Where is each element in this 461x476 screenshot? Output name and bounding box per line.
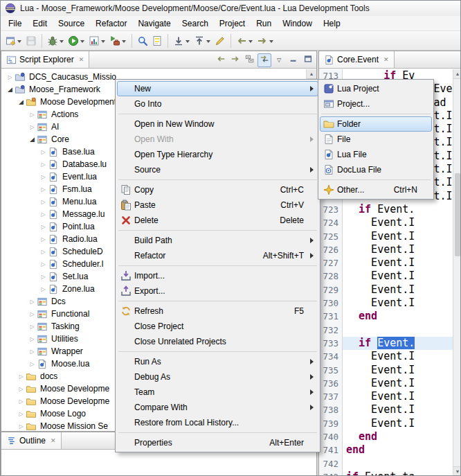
new-submenu-item-file[interactable]: File	[320, 132, 432, 147]
new-submenu-item-other[interactable]: Other...Ctrl+N	[320, 182, 432, 197]
mark-occurrences-button[interactable]	[150, 33, 164, 49]
context-menu-item-go-into[interactable]: Go Into	[117, 96, 318, 112]
context-menu-item-team[interactable]: Team	[117, 385, 318, 400]
line-number[interactable]: 727	[319, 256, 343, 270]
expander-collapsed-icon[interactable]: ▷	[28, 361, 37, 367]
code-text[interactable]: Event.I	[343, 377, 453, 390]
expander-expanded-icon[interactable]: ◢	[28, 136, 37, 143]
expander-collapsed-icon[interactable]: ▷	[39, 249, 48, 255]
code-text[interactable]: Event.I	[343, 403, 453, 416]
expander-collapsed-icon[interactable]: ▷	[39, 261, 48, 267]
line-number[interactable]: 741	[319, 443, 343, 457]
dropdown-arrow-icon[interactable]	[101, 40, 105, 45]
expander-expanded-icon[interactable]: ◢	[17, 98, 26, 105]
forward-button[interactable]	[228, 53, 242, 67]
context-menu-item-build-path[interactable]: Build Path	[117, 233, 318, 248]
context-menu-item-properties[interactable]: PropertiesAlt+Enter	[117, 435, 318, 450]
expander-collapsed-icon[interactable]: ▷	[39, 186, 48, 193]
code-text[interactable]: if Event.	[343, 337, 453, 350]
expander-collapsed-icon[interactable]: ▷	[28, 349, 37, 355]
line-number[interactable]: 723	[319, 203, 343, 216]
expander-collapsed-icon[interactable]: ▷	[6, 74, 15, 80]
expander-collapsed-icon[interactable]: ▷	[39, 149, 48, 155]
line-number[interactable]: 734	[319, 350, 343, 363]
context-menu-item-refactor[interactable]: RefactorAlt+Shift+T	[117, 248, 318, 263]
dropdown-arrow-icon[interactable]	[248, 40, 253, 45]
context-menu-item-copy[interactable]: CopyCtrl+C	[117, 182, 318, 197]
prev-annotation-button[interactable]	[192, 33, 213, 49]
line-number[interactable]: 730	[319, 297, 343, 310]
menubar-item-search[interactable]: Search	[177, 16, 214, 30]
expander-collapsed-icon[interactable]: ▷	[28, 311, 37, 317]
dropdown-arrow-icon[interactable]	[80, 40, 84, 45]
line-number[interactable]: 735	[319, 364, 343, 377]
menubar-item-help[interactable]: Help	[318, 16, 346, 30]
back-button[interactable]	[235, 33, 255, 49]
code-text[interactable]: Event.I	[343, 350, 453, 363]
new-submenu-item-lua-file[interactable]: Lua File	[320, 147, 432, 162]
tab-core-event[interactable]: Core.Event ✕	[319, 51, 395, 68]
search-button[interactable]	[136, 33, 150, 49]
context-menu-item-open-type-hierarchy[interactable]: Open Type Hierarchy	[117, 147, 318, 162]
dropdown-arrow-icon[interactable]	[60, 40, 64, 45]
expander-collapsed-icon[interactable]: ▷	[28, 124, 37, 130]
context-menu-item-refresh[interactable]: RefreshF5	[117, 303, 318, 319]
line-number[interactable]: 737	[319, 390, 343, 403]
code-text[interactable]	[343, 457, 453, 470]
expander-collapsed-icon[interactable]: ▷	[39, 211, 48, 218]
context-menu-item-export[interactable]: Export...	[117, 283, 318, 299]
context-menu-item-delete[interactable]: DeleteDelete	[117, 213, 318, 228]
code-text[interactable]: if Event.	[343, 203, 453, 216]
line-number[interactable]: 733	[319, 337, 343, 350]
scroll-down-icon[interactable]: ▼	[453, 466, 461, 476]
context-menu-item-close-unrelated-projects[interactable]: Close Unrelated Projects	[117, 334, 318, 349]
code-text[interactable]: Event.I	[343, 230, 453, 243]
dropdown-arrow-icon[interactable]	[17, 40, 21, 45]
line-number[interactable]: 726	[319, 243, 343, 256]
code-text[interactable]: Event.I	[343, 297, 453, 310]
line-number[interactable]: 738	[319, 403, 343, 416]
expander-collapsed-icon[interactable]: ▷	[17, 386, 26, 392]
line-number[interactable]: 724	[319, 216, 343, 229]
menubar-item-run[interactable]: Run	[251, 16, 277, 30]
scroll-up-icon[interactable]: ▲	[307, 69, 316, 79]
line-number[interactable]: 728	[319, 270, 343, 283]
close-icon[interactable]: ✕	[51, 437, 56, 444]
context-menu-item-compare-with[interactable]: Compare With	[117, 400, 318, 415]
line-number[interactable]: 740	[319, 430, 343, 443]
profile-button[interactable]	[87, 33, 107, 49]
run-button[interactable]	[66, 33, 87, 49]
code-text[interactable]: Event.I	[343, 256, 453, 270]
menubar-item-refactor[interactable]: Refactor	[90, 16, 132, 30]
code-text[interactable]	[343, 324, 453, 337]
dropdown-arrow-icon[interactable]	[122, 40, 126, 45]
expander-collapsed-icon[interactable]: ▷	[39, 174, 48, 180]
collapse-all-button[interactable]	[243, 53, 257, 67]
code-text[interactable]: end	[343, 443, 453, 457]
back-button[interactable]	[214, 53, 228, 67]
context-menu-item-debug-as[interactable]: Debug As	[117, 369, 318, 385]
code-text[interactable]: if Event.ta	[343, 470, 453, 476]
dropdown-arrow-icon[interactable]	[206, 40, 210, 45]
external-tools-button[interactable]	[108, 33, 128, 49]
context-menu-item-restore-from-local-history[interactable]: Restore from Local History...	[117, 415, 318, 430]
expander-collapsed-icon[interactable]: ▷	[28, 299, 37, 305]
expander-collapsed-icon[interactable]: ▷	[39, 274, 48, 280]
forward-button[interactable]	[255, 33, 275, 49]
expander-collapsed-icon[interactable]: ▷	[17, 411, 26, 417]
expander-collapsed-icon[interactable]: ▷	[39, 286, 48, 292]
context-menu-item-new[interactable]: New	[117, 81, 318, 96]
next-annotation-button[interactable]	[172, 33, 192, 49]
context-menu-item-source[interactable]: Source	[117, 162, 318, 177]
link-editor-button[interactable]	[257, 53, 271, 67]
new-submenu-item-folder[interactable]: Folder	[320, 116, 432, 132]
expander-collapsed-icon[interactable]: ▷	[28, 336, 37, 342]
line-number[interactable]: 739	[319, 417, 343, 430]
code-text[interactable]: Event.I	[343, 243, 453, 256]
expander-expanded-icon[interactable]: ◢	[6, 86, 15, 93]
last-edit-button[interactable]	[213, 33, 227, 49]
menubar-item-edit[interactable]: Edit	[27, 16, 53, 30]
expander-collapsed-icon[interactable]: ▷	[17, 373, 26, 380]
dropdown-arrow-icon[interactable]	[269, 40, 273, 45]
new-submenu-item-doclua-file[interactable]: DocLua File	[320, 162, 432, 177]
